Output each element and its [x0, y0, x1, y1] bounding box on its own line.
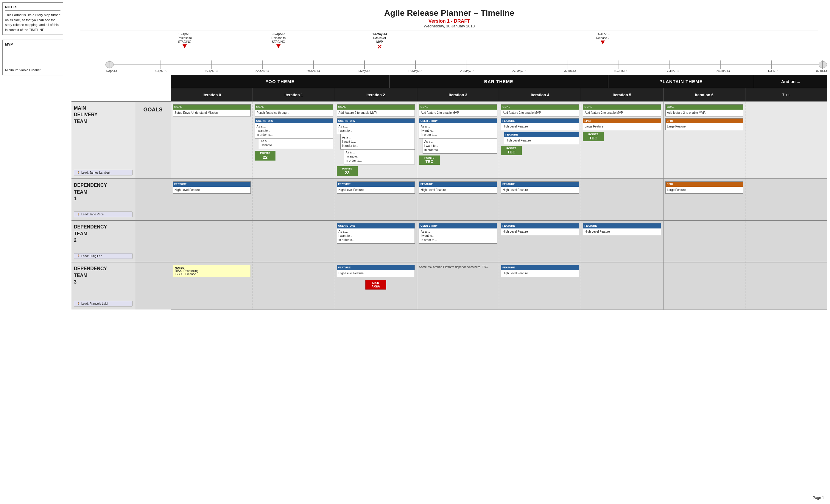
goal-card-1: GOAL Punch first slice through. [255, 104, 333, 117]
milestones-area: 16-Apr-13Release toSTAGING 30-Apr-13Rele… [105, 32, 827, 60]
notes-box: NOTES This Format is like a Story Map tu… [2, 2, 63, 35]
main-team-name: MAIN DELIVERY TEAM [74, 105, 132, 125]
main-iter-6: GOAL Add feature 2 to enable MVP. EPIC L… [664, 102, 745, 179]
dep3-iters: NOTES RISK: Resourcing.ISSUE: Finance. F… [171, 262, 827, 310]
user-story-card-1a: USER STORY As a ...I want to...In order … [255, 118, 333, 139]
dep3-iter-5 [581, 262, 663, 310]
points-4: POINTS TBC [501, 146, 522, 155]
feature-dep1-3: FEATURE High Level Feature [419, 181, 497, 194]
arrow-icon-1 [183, 44, 187, 48]
main-iter-1: GOAL Punch first slice through. USER STO… [253, 102, 335, 179]
milestone-1: 16-Apr-13Release toSTAGING [178, 32, 192, 48]
main-iter-2: GOAL Add feature 2 to enable MVP. USER S… [335, 102, 417, 179]
goals-label: GOALS [135, 102, 171, 179]
dep-team-2-label: DEPENDENCY TEAM 2 🚶Lead: Fung Lee [71, 221, 135, 262]
dep1-iter-1 [253, 179, 335, 220]
main-iter-7 [745, 102, 827, 179]
iter-4: Iteration 4 [499, 88, 581, 101]
epic-card-5: EPIC Large Feature [583, 118, 661, 130]
dep2-iter-4: FEATURE High Level Feature [499, 221, 581, 262]
iter-0: Iteration 0 [171, 88, 253, 101]
user-story-card-2a: USER STORY As a ...I want to... [337, 118, 415, 135]
dep3-iter-2: FEATURE High Level Feature RISKAREA [335, 262, 417, 310]
dep1-iter-7 [745, 179, 827, 220]
theme-bar: BAR THEME [389, 75, 608, 88]
user-story-dep2-2: USER STORY As a ...I want to...In order … [337, 223, 415, 244]
goal-card-4: GOAL Add feature 2 to enable MVP. [501, 104, 579, 117]
feature-dep3-4: FEATURE High Level Feature [501, 265, 579, 277]
points-2: POINTS 23 [337, 166, 358, 176]
points-1: POINTS 22 [255, 151, 276, 161]
dep-team-1-lead: 🚶Lead: Jane Price [74, 212, 132, 217]
user-story-card-3a: USER STORY As a ...I want to...In order … [419, 118, 497, 139]
milestone-4: 14-Jun-13Release 2 [596, 32, 610, 44]
main-iter-4: GOAL Add feature 2 to enable MVP. FEATUR… [499, 102, 581, 179]
main-team-iters: GOAL Setup Envs. Understand Mission. GOA… [171, 102, 827, 179]
goal-card-2: GOAL Add feature 2 to enable MVP. [337, 104, 415, 117]
dep2-iter-3: USER STORY As a ...I want to...In order … [417, 221, 499, 262]
dep3-iter-1 [253, 262, 335, 310]
goal-card-5: GOAL Add feature 2 to enable MVP. [583, 104, 661, 117]
feature-dep3-2: FEATURE High Level Feature [337, 265, 415, 277]
dep-team-1-row: DEPENDENCY TEAM 1 🚶Lead: Jane Price FEAT… [71, 179, 827, 220]
dep-team-2-row: DEPENDENCY TEAM 2 🚶Lead: Fung Lee USER S… [71, 220, 827, 262]
x-icon: ✕ [373, 44, 387, 50]
dep3-iter-0: NOTES RISK: Resourcing.ISSUE: Finance. [171, 262, 253, 310]
mvp-title: MVP [5, 42, 60, 48]
feature-dep2-4: FEATURE High Level Feature [501, 223, 579, 235]
main-team-label: MAIN DELIVERY TEAM 🚶Lead: James Lambert [71, 102, 135, 179]
epic-card-6: EPIC Large Feature [665, 118, 743, 130]
feature-dep1-2: FEATURE High Level Feature [337, 181, 415, 194]
page-subtitle: Version 1 - DRAFT [74, 19, 824, 24]
theme-iteration-area: FOO THEME BAR THEME PLANTAIN THEME And o… [71, 75, 827, 88]
notes-title: NOTES [5, 5, 60, 11]
theme-plantain: PLANTAIN THEME [608, 75, 754, 88]
risk-area-badge: RISKAREA [365, 280, 386, 289]
iter-6: Iteration 6 [664, 88, 745, 101]
notes-card-dep3: NOTES RISK: Resourcing.ISSUE: Finance. [173, 265, 251, 277]
feature-dep2-5: FEATURE High Level Feature [583, 223, 661, 235]
dep1-iter-4: FEATURE High Level Feature [499, 179, 581, 220]
iter-7: 7 ++ [745, 88, 827, 101]
mvp-box: MVP Minimum Viable Product [2, 40, 63, 75]
dep2-iter-2: USER STORY As a ...I want to...In order … [335, 221, 417, 262]
dep2-iter-0 [171, 221, 253, 262]
main-delivery-team-row: MAIN DELIVERY TEAM 🚶Lead: James Lambert … [71, 101, 827, 179]
dep2-iter-7 [745, 221, 827, 262]
dep1-iter-0: FEATURE High Level Feature [171, 179, 253, 220]
bottom-ticks [171, 310, 827, 317]
epic-dep1-6: EPIC Large Feature [665, 181, 743, 194]
main-iter-0: GOAL Setup Envs. Understand Mission. [171, 102, 253, 179]
dep1-iters: FEATURE High Level Feature FEATURE High … [171, 179, 827, 220]
page-number: Page 1 [813, 496, 824, 500]
risk-text: Some risk around Platform dependencies h… [419, 265, 497, 269]
dep-team-2-lead: 🚶Lead: Fung Lee [74, 253, 132, 259]
dep3-iter-6 [664, 262, 745, 310]
feature-dep1-0: FEATURE High Level Feature [173, 181, 251, 194]
dep2-iter-5: FEATURE High Level Feature [581, 221, 663, 262]
dep2-iter-1 [253, 221, 335, 262]
notes-content: This Format is like a Story Map turned o… [5, 12, 60, 32]
main-iter-5: GOAL Add feature 2 to enable MVP. EPIC L… [581, 102, 663, 179]
timeline-dates: 1-Apr-13 8-Apr-13 15-Apr-13 22-Apr-13 29… [105, 69, 827, 73]
dep-team-3-lead: 🚶Lead: Francois Luigi [74, 301, 132, 307]
milestone-2: 30-Apr-13Release toSTAGING [271, 32, 286, 48]
arrow-icon-4 [601, 40, 605, 44]
milestone-3: 13-May-13LAUNCHMVP ✕ [373, 32, 387, 50]
dep1-iter-5 [581, 179, 663, 220]
iter-5: Iteration 5 [581, 88, 663, 101]
sidebar: NOTES This Format is like a Story Map tu… [0, 0, 66, 83]
arrow-icon-2 [276, 44, 281, 48]
goal-card-0: GOAL Setup Envs. Understand Mission. [173, 104, 251, 117]
points-5: POINTS TBC [583, 132, 604, 141]
main-team-lead: 🚶Lead: James Lambert [74, 170, 132, 176]
iter-3: Iteration 3 [417, 88, 499, 101]
iter-1: Iteration 1 [253, 88, 335, 101]
dep-team-3-label: DEPENDENCY TEAM 3 🚶Lead: Francois Luigi [71, 262, 135, 310]
dep1-iter-2: FEATURE High Level Feature [335, 179, 417, 220]
page-title: Agile Release Planner – Timeline [74, 3, 824, 19]
iter-2: Iteration 2 [335, 88, 417, 101]
timeline: 1-Apr-13 8-Apr-13 15-Apr-13 22-Apr-13 29… [105, 60, 827, 73]
dep1-iter-6: EPIC Large Feature [664, 179, 745, 220]
dep2-iters: USER STORY As a ...I want to...In order … [171, 221, 827, 262]
